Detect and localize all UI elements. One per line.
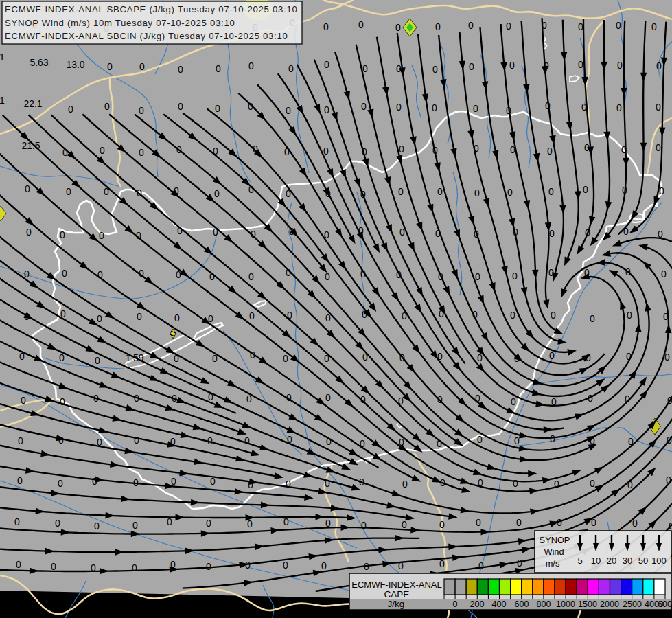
svg-text:0: 0 [361,520,367,531]
svg-text:0: 0 [395,22,401,33]
svg-text:0: 0 [321,560,327,571]
svg-text:0: 0 [513,478,518,489]
svg-text:0: 0 [325,271,330,282]
svg-text:10: 10 [591,556,601,566]
svg-text:CAPE: CAPE [384,589,410,599]
svg-text:0: 0 [283,560,288,571]
svg-text:0: 0 [627,310,632,321]
svg-text:0: 0 [26,227,32,238]
svg-text:0: 0 [583,184,588,195]
svg-text:800: 800 [537,599,551,609]
svg-text:0: 0 [432,64,438,75]
svg-text:0: 0 [24,268,30,279]
svg-text:0: 0 [286,105,291,116]
svg-text:0: 0 [590,478,595,489]
svg-text:0: 0 [516,517,522,528]
svg-text:0: 0 [16,559,21,570]
svg-text:0: 0 [206,518,211,529]
svg-text:0: 0 [324,59,329,70]
svg-text:0: 0 [473,103,478,114]
svg-text:0: 0 [551,310,556,321]
svg-text:m/s: m/s [546,558,560,569]
svg-text:0: 0 [60,396,65,407]
svg-text:0: 0 [517,558,522,569]
svg-text:0: 0 [283,516,289,527]
svg-text:0: 0 [215,103,220,114]
svg-text:0: 0 [95,355,100,366]
svg-text:0: 0 [323,21,329,32]
svg-text:0: 0 [432,102,437,113]
svg-text:ECMWF-INDEX-ANAL: ECMWF-INDEX-ANAL [351,580,441,590]
svg-text:0: 0 [590,313,595,324]
svg-text:0: 0 [512,271,518,282]
svg-text:0: 0 [514,435,520,446]
svg-text:0: 0 [25,183,30,194]
svg-text:0: 0 [248,60,254,71]
svg-text:0: 0 [656,60,662,71]
svg-text:0: 0 [507,187,513,198]
svg-text:0: 0 [549,228,555,239]
svg-text:0: 0 [132,520,138,531]
svg-text:0: 0 [18,435,23,446]
svg-text:0: 0 [549,350,555,361]
svg-text:0: 0 [435,21,441,32]
svg-text:0: 0 [283,353,288,364]
svg-text:0: 0 [509,60,515,71]
svg-text:0: 0 [104,101,110,112]
svg-text:0: 0 [361,101,367,112]
svg-text:0: 0 [132,562,137,573]
svg-text:0: 0 [578,59,583,70]
svg-text:ECMWF-INDEX-ANAL SBCIN (J/kg): ECMWF-INDEX-ANAL SBCIN (J/kg) Tuesday 07… [5,31,288,41]
svg-text:0: 0 [550,433,555,444]
svg-text:0: 0 [60,229,65,240]
svg-text:30: 30 [623,556,632,566]
svg-text:0: 0 [439,558,445,569]
svg-text:0: 0 [66,186,71,197]
svg-text:0: 0 [476,517,481,528]
svg-text:0: 0 [469,61,474,72]
svg-text:0: 0 [216,63,221,74]
svg-text:0: 0 [398,186,404,197]
svg-text:0: 0 [358,19,364,30]
svg-text:0: 0 [139,61,145,72]
svg-text:22.1: 22.1 [23,98,42,109]
svg-text:0: 0 [547,146,553,157]
svg-text:SYNOP Wind (m/s) 10m Tuesday 0: SYNOP Wind (m/s) 10m Tuesday 07-10-2025 … [5,18,235,28]
svg-text:0: 0 [616,20,621,31]
svg-text:0: 0 [437,186,443,197]
svg-text:600: 600 [515,599,529,609]
svg-text:0: 0 [402,519,407,530]
svg-text:0: 0 [107,61,113,72]
svg-text:1: 1 [0,52,5,62]
svg-text:0: 0 [362,63,368,74]
svg-text:5: 5 [577,556,582,566]
svg-text:0: 0 [214,188,220,199]
svg-text:0: 0 [656,142,661,153]
svg-text:0: 0 [248,271,254,282]
svg-text:0: 0 [55,518,60,529]
svg-text:0: 0 [661,268,667,279]
svg-text:2000: 2000 [600,599,619,609]
svg-text:0: 0 [324,104,329,115]
svg-text:0: 0 [286,479,291,490]
svg-text:0: 0 [206,561,211,572]
svg-text:0: 0 [656,102,661,113]
svg-text:0: 0 [249,310,255,321]
svg-text:0: 0 [651,21,657,32]
svg-text:1500: 1500 [578,599,597,609]
svg-text:0: 0 [548,186,554,197]
svg-text:0: 0 [244,435,250,446]
svg-text:0: 0 [399,144,404,154]
svg-text:0: 0 [325,392,331,403]
svg-text:0: 0 [174,312,180,323]
svg-text:50: 50 [638,556,648,566]
svg-text:0: 0 [139,105,144,116]
svg-text:ECMWF-INDEX-ANAL SBCAPE (J/kg): ECMWF-INDEX-ANAL SBCAPE (J/kg) Tuesday 0… [5,4,297,14]
svg-text:J/kg: J/kg [388,599,405,609]
svg-text:0: 0 [137,311,142,322]
svg-text:13.0: 13.0 [66,59,84,70]
svg-text:1: 1 [0,95,5,106]
svg-text:0: 0 [134,435,139,446]
svg-text:0: 0 [97,313,102,324]
svg-text:100: 100 [651,556,667,566]
